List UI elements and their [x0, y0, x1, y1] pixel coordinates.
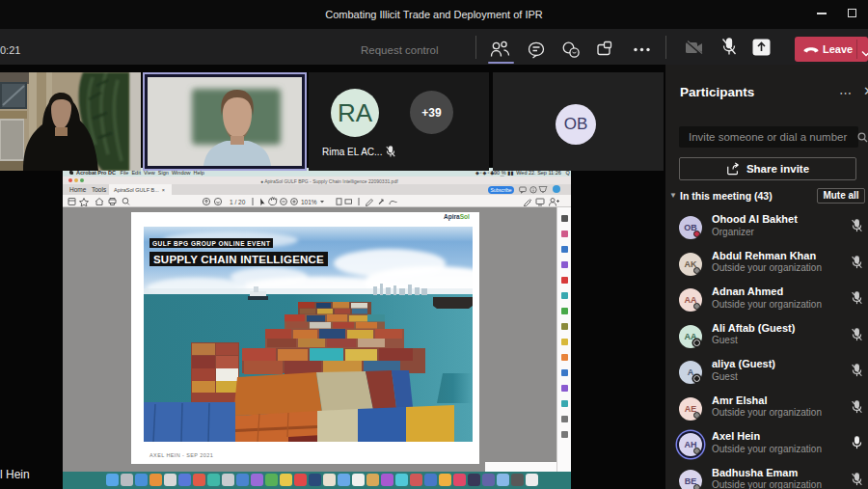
svg-text:101%: 101%	[301, 199, 317, 205]
svg-text:1 / 20: 1 / 20	[230, 199, 246, 205]
